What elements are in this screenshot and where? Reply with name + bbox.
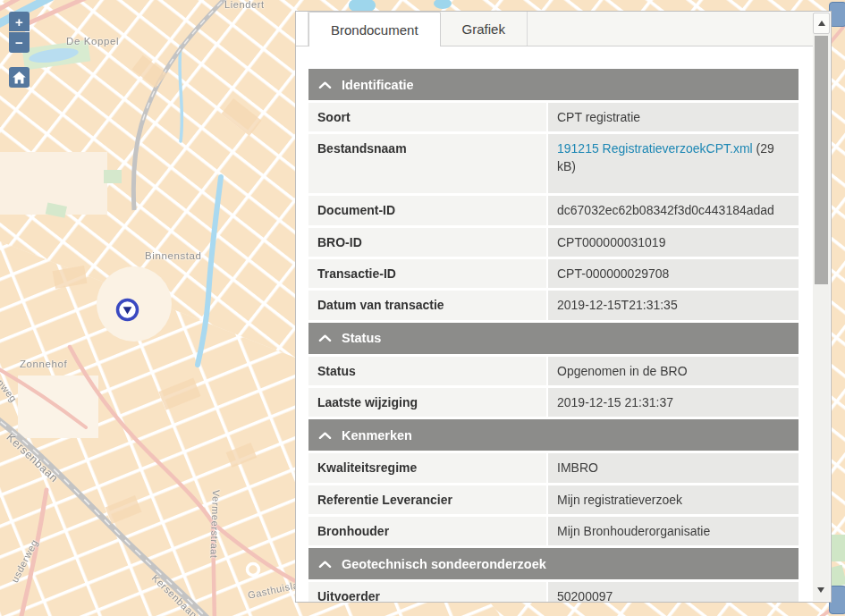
home-icon <box>12 71 27 85</box>
section-title: Identificatie <box>342 78 414 92</box>
table-row: Bestandsnaam191215 RegistratieverzoekCPT… <box>308 134 799 193</box>
table-row: Laatste wijziging2019-12-15 21:31:37 <box>308 388 799 417</box>
row-value: dc67032ec62b08342f3d0c443184adad <box>548 196 799 224</box>
chevron-up-icon <box>318 431 332 440</box>
table-row: SoortCPT registratie <box>308 103 799 131</box>
row-value: CPT-000000029708 <box>548 259 799 288</box>
section-title: Geotechnisch sondeeronderzoek <box>342 557 546 571</box>
row-label: Bronhouder <box>308 517 546 545</box>
row-value: Mijn registratieverzoek <box>548 485 799 514</box>
chevron-up-icon <box>318 333 332 342</box>
section-header[interactable]: Identificatie <box>308 69 799 100</box>
row-label: Datum van transactie <box>308 291 546 319</box>
chevron-up-icon <box>318 80 332 89</box>
section-header[interactable]: Geotechnisch sondeeronderzoek <box>308 548 799 579</box>
table-row: Datum van transactie2019-12-15T21:31:35 <box>308 291 799 319</box>
row-label: Uitvoerder <box>308 582 546 603</box>
map-marker[interactable] <box>115 298 139 322</box>
tab-brondocument[interactable]: Brondocument <box>308 12 441 46</box>
table-row: StatusOpgenomen in de BRO <box>308 357 799 385</box>
document-details: IdentificatieSoortCPT registratieBestand… <box>308 69 799 603</box>
row-label: BRO-ID <box>308 228 546 257</box>
row-label: Laatste wijziging <box>308 388 546 417</box>
row-value: Opgenomen in de BRO <box>548 357 799 385</box>
row-label: Soort <box>308 103 546 131</box>
table-row: KwaliteitsregimeIMBRO <box>308 453 799 482</box>
table-row: Referentie LeverancierMijn registratieve… <box>308 485 799 514</box>
panel-scrollbar[interactable] <box>813 13 830 601</box>
row-label: Referentie Leverancier <box>308 485 546 514</box>
row-value: 191215 RegistratieverzoekCPT.xml (29 kB) <box>548 134 799 193</box>
row-value: Mijn Bronhouderorganisatie <box>548 517 799 545</box>
table-row: Uitvoerder50200097 <box>308 582 799 603</box>
tab-grafiek[interactable]: Grafiek <box>441 12 528 46</box>
scroll-down-icon[interactable] <box>817 587 824 593</box>
section-header[interactable]: Status <box>308 323 799 354</box>
table-row: BRO-IDCPT000000031019 <box>308 228 799 257</box>
scroll-up-icon <box>818 21 825 26</box>
home-button[interactable] <box>9 67 30 88</box>
row-value: CPT000000031019 <box>548 228 799 257</box>
row-value: IMBRO <box>548 453 799 482</box>
section-title: Kenmerken <box>342 428 412 443</box>
file-link[interactable]: 191215 RegistratieverzoekCPT.xml <box>557 141 753 156</box>
section-title: Status <box>342 331 381 345</box>
row-label: Status <box>308 357 546 385</box>
tabbar-notch <box>296 12 308 46</box>
row-value: 2019-12-15T21:31:35 <box>548 291 799 319</box>
scroll-up-button[interactable] <box>813 13 830 34</box>
table-row: BronhouderMijn Bronhouderorganisatie <box>308 517 799 545</box>
detail-panel: BrondocumentGrafiek IdentificatieSoortCP… <box>295 11 832 603</box>
row-value: 50200097 <box>548 582 799 603</box>
section-header[interactable]: Kenmerken <box>308 419 799 451</box>
table-row: Transactie-IDCPT-000000029708 <box>308 259 799 288</box>
row-label: Document-ID <box>308 196 546 224</box>
row-label: Bestandsnaam <box>308 134 546 193</box>
scrollbar-thumb[interactable] <box>815 36 828 284</box>
chevron-up-icon <box>318 560 332 569</box>
row-value: CPT registratie <box>548 103 799 131</box>
row-value: 2019-12-15 21:31:37 <box>548 388 799 417</box>
table-row: Document-IDdc67032ec62b08342f3d0c443184a… <box>308 196 799 224</box>
zoom-controls: + − <box>9 12 30 53</box>
row-label: Kwaliteitsregime <box>308 453 546 482</box>
row-label: Transactie-ID <box>308 259 546 288</box>
zoom-out-button[interactable]: − <box>9 32 30 53</box>
zoom-in-button[interactable]: + <box>9 12 30 31</box>
tab-bar: BrondocumentGrafiek <box>296 12 813 46</box>
